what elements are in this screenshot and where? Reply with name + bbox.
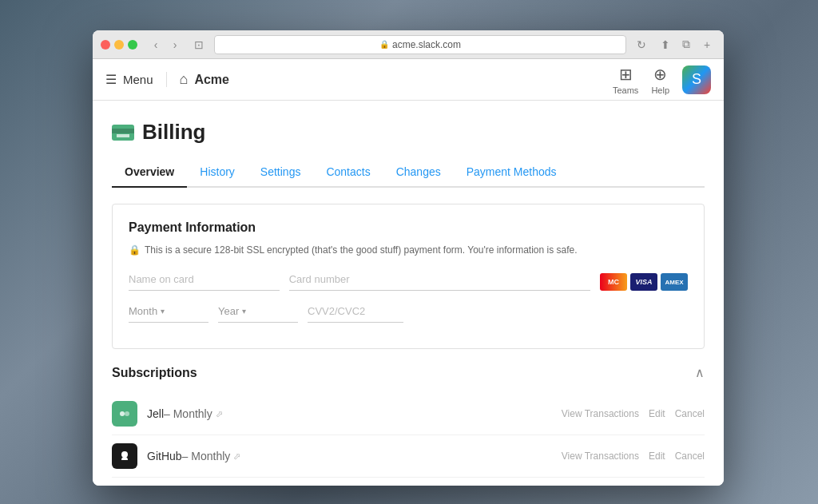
billing-card-icon — [112, 125, 134, 141]
ssl-notice: 🔒 This is a secure 128-bit SSL encrypted… — [129, 244, 688, 256]
github-period: – Monthly — [182, 450, 231, 462]
reload-button[interactable]: ↻ — [633, 36, 650, 54]
amex-logo: AMEX — [661, 273, 688, 291]
home-icon: ⌂ — [180, 71, 189, 88]
expiry-cvv-row: Month ▾ Year ▾ CVV2/CVC2 — [129, 300, 688, 323]
brand-name: Acme — [194, 73, 229, 87]
tab-settings[interactable]: Settings — [248, 157, 314, 188]
page-title: Billing — [142, 120, 205, 145]
month-label: Month — [129, 305, 157, 317]
jell-edit-button[interactable]: Edit — [649, 408, 665, 419]
tabs: Overview History Settings Contacts Chang… — [112, 157, 705, 188]
github-cancel-button[interactable]: Cancel — [675, 450, 705, 462]
payment-info-title: Payment Information — [129, 220, 688, 235]
subscription-item-jell: Jell – Monthly ⬀ View Transactions Edit … — [112, 393, 705, 435]
nav-buttons: ‹ › — [147, 36, 184, 54]
help-button[interactable]: ⊕ Help — [651, 65, 669, 95]
month-select[interactable]: Month ▾ — [129, 300, 208, 323]
year-label: Year — [218, 305, 239, 317]
tab-contacts[interactable]: Contacts — [313, 157, 383, 188]
card-number-field[interactable]: Card number — [289, 268, 590, 291]
url-text: acme.slack.com — [392, 39, 461, 50]
visa-logo: VISA — [630, 273, 657, 291]
mastercard-logo: MC — [600, 273, 627, 291]
forward-button[interactable]: › — [166, 36, 184, 54]
back-button[interactable]: ‹ — [147, 36, 165, 54]
browser-window: ‹ › ⊡ 🔒 acme.slack.com ↻ ⬆ ⧉ + ☰ Menu ⌂ … — [93, 30, 724, 486]
cvv-field[interactable]: CVV2/CVC2 — [308, 300, 403, 323]
new-tab-button[interactable]: ⧉ — [677, 36, 695, 54]
card-name-row: Name on card Card number MC VISA AMEX — [129, 268, 688, 291]
add-tab-button[interactable]: + — [698, 36, 716, 54]
close-traffic-light[interactable] — [101, 40, 110, 50]
help-icon: ⊕ — [653, 65, 667, 84]
subscriptions-header: Subscriptions ∧ — [112, 365, 705, 380]
ssl-lock-icon: 🔒 — [379, 40, 389, 49]
svg-point-1 — [125, 411, 129, 416]
tab-history[interactable]: History — [187, 157, 248, 188]
svg-point-2 — [121, 451, 128, 458]
address-bar[interactable]: 🔒 acme.slack.com — [214, 35, 626, 54]
tab-changes[interactable]: Changes — [383, 157, 454, 188]
launch-button[interactable]: S — [682, 65, 711, 94]
github-logo-svg — [117, 449, 132, 463]
traffic-lights — [101, 40, 137, 50]
page-title-section: Billing — [112, 120, 705, 145]
github-actions: View Transactions Edit Cancel — [562, 450, 705, 462]
subscription-item-trello: Trello – Monthly ⬀ View Transactions Edi… — [112, 478, 705, 486]
jell-logo-svg — [117, 407, 132, 421]
subscriptions-section: Subscriptions ∧ Jell – Monthly ⬀ View Tr… — [112, 365, 705, 486]
jell-icon — [112, 401, 137, 427]
jell-actions: View Transactions Edit Cancel — [562, 408, 705, 419]
jell-period: – Monthly — [164, 407, 212, 420]
jell-external-link-icon[interactable]: ⬀ — [216, 409, 223, 419]
svg-point-0 — [120, 411, 125, 416]
jell-view-transactions-button[interactable]: View Transactions — [562, 408, 639, 419]
menu-label: Menu — [123, 73, 153, 86]
ssl-lock-icon: 🔒 — [129, 244, 141, 256]
year-chevron-icon: ▾ — [242, 307, 246, 315]
month-chevron-icon: ▾ — [161, 307, 165, 315]
launch-icon: S — [692, 71, 701, 88]
github-edit-button[interactable]: Edit — [649, 450, 665, 462]
browser-actions: ⬆ ⧉ + — [657, 36, 716, 54]
github-view-transactions-button[interactable]: View Transactions — [562, 450, 639, 462]
card-logos: MC VISA AMEX — [600, 273, 688, 291]
jell-name: Jell — [147, 407, 164, 420]
menu-section: ☰ Menu — [105, 72, 167, 87]
main-content: Billing Overview History Settings Contac… — [93, 101, 724, 486]
payment-info-section: Payment Information 🔒 This is a secure 1… — [112, 204, 705, 349]
brand-section: ⌂ Acme — [167, 71, 229, 88]
header-right: ⊞ Teams ⊕ Help S — [613, 65, 711, 95]
tab-grid-button[interactable]: ⊡ — [190, 36, 208, 54]
maximize-traffic-light[interactable] — [128, 40, 137, 50]
github-external-link-icon[interactable]: ⬀ — [233, 451, 240, 462]
teams-button[interactable]: ⊞ Teams — [613, 65, 638, 95]
subscription-item-github: GitHub – Monthly ⬀ View Transactions Edi… — [112, 435, 705, 478]
minimize-traffic-light[interactable] — [114, 40, 124, 50]
teams-label: Teams — [613, 85, 638, 95]
subscriptions-title: Subscriptions — [112, 366, 197, 380]
browser-chrome: ‹ › ⊡ 🔒 acme.slack.com ↻ ⬆ ⧉ + — [93, 30, 724, 59]
github-icon — [112, 443, 137, 469]
name-on-card-field[interactable]: Name on card — [129, 268, 280, 291]
ssl-notice-text: This is a secure 128-bit SSL encrypted (… — [145, 244, 578, 256]
help-label: Help — [651, 85, 669, 95]
tab-payment-methods[interactable]: Payment Methods — [454, 157, 570, 188]
app-header: ☰ Menu ⌂ Acme ⊞ Teams ⊕ Help S — [93, 59, 724, 101]
share-button[interactable]: ⬆ — [657, 36, 674, 54]
tab-overview[interactable]: Overview — [112, 157, 187, 188]
github-name: GitHub — [147, 450, 182, 462]
hamburger-icon: ☰ — [105, 72, 117, 87]
collapse-subscriptions-button[interactable]: ∧ — [695, 365, 705, 380]
teams-icon: ⊞ — [619, 65, 633, 84]
year-select[interactable]: Year ▾ — [218, 300, 298, 323]
jell-cancel-button[interactable]: Cancel — [675, 408, 705, 419]
